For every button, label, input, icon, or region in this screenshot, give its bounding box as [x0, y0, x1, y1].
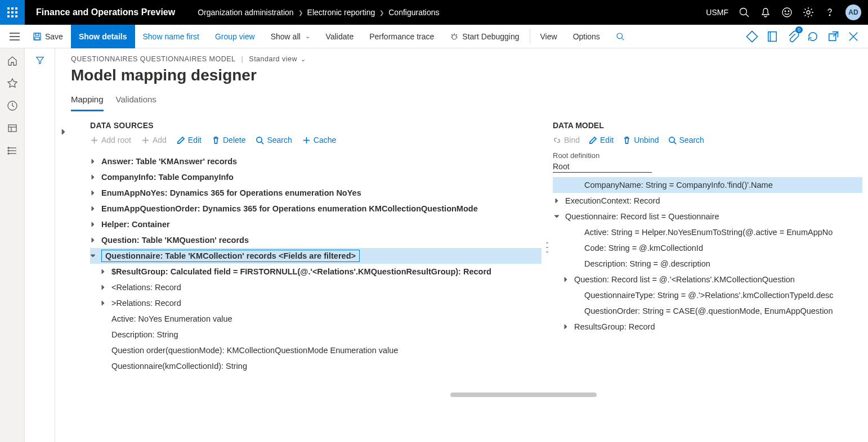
- options-menu[interactable]: Options: [565, 25, 608, 48]
- delete-button[interactable]: Delete: [212, 136, 245, 145]
- add-button[interactable]: Add: [141, 136, 167, 145]
- book-icon[interactable]: [766, 30, 779, 43]
- expand-icon[interactable]: [563, 277, 569, 282]
- collapse-toggle[interactable]: [55, 55, 71, 442]
- search-button[interactable]: Search: [668, 136, 704, 145]
- show-name-first-button[interactable]: Show name first: [135, 25, 207, 48]
- tree-leaf[interactable]: Code: String = @.kmCollectionId: [553, 240, 862, 256]
- performance-trace-button[interactable]: Performance trace: [361, 25, 442, 48]
- diamond-icon[interactable]: [745, 30, 759, 43]
- popout-icon[interactable]: [826, 30, 840, 43]
- tree-node[interactable]: <Relations: Record: [90, 279, 542, 295]
- tree-node[interactable]: Helper: Container: [90, 217, 542, 232]
- tree-leaf[interactable]: Question order(questionMode): KMCollecti…: [90, 342, 542, 358]
- app-launcher-icon[interactable]: [0, 0, 25, 25]
- tree-node[interactable]: Question: Record list = @.'<Relations'.K…: [553, 272, 862, 287]
- start-debugging-button[interactable]: Start Debugging: [442, 25, 527, 48]
- expand-icon[interactable]: [100, 285, 106, 290]
- show-details-button[interactable]: Show details: [71, 25, 135, 48]
- tree-leaf[interactable]: Description: String = @.description: [553, 256, 862, 272]
- tree-leaf[interactable]: Questionnaire(kmCollectionId): String: [90, 358, 542, 374]
- find-button[interactable]: [608, 25, 633, 48]
- attach-icon[interactable]: [786, 30, 799, 43]
- splitter[interactable]: [542, 121, 553, 374]
- collapse-icon[interactable]: [90, 253, 96, 259]
- tree-leaf[interactable]: Description: String: [90, 327, 542, 342]
- tree-node[interactable]: >Relations: Record: [90, 295, 542, 311]
- svg-rect-21: [35, 37, 39, 40]
- expand-icon[interactable]: [563, 324, 569, 330]
- root-definition-label: Root definition: [553, 151, 862, 160]
- svg-rect-6: [7, 15, 10, 17]
- tree-leaf[interactable]: QuestionnaireType: String = @.'>Relation…: [553, 287, 862, 303]
- edit-button[interactable]: Edit: [589, 136, 614, 145]
- expand-icon[interactable]: [90, 190, 96, 196]
- cache-button[interactable]: Cache: [302, 136, 336, 145]
- expand-icon[interactable]: [90, 237, 96, 243]
- modules-icon[interactable]: [7, 145, 18, 156]
- tree-node-selected[interactable]: Questionnaire: Table 'KMCollection' reco…: [90, 248, 542, 264]
- smile-icon[interactable]: [781, 7, 793, 18]
- view-selector[interactable]: Standard view ⌄: [249, 55, 306, 63]
- bell-icon[interactable]: [760, 7, 771, 18]
- tree-node[interactable]: EnumAppQuestionOrder: Dynamics 365 for O…: [90, 201, 542, 217]
- expand-icon[interactable]: [90, 174, 96, 180]
- unbind-button[interactable]: Unbind: [623, 136, 659, 145]
- refresh-icon[interactable]: [806, 30, 820, 43]
- root-definition-value[interactable]: Root: [553, 161, 652, 173]
- tree-node[interactable]: ExecutionContext: Record: [553, 193, 862, 209]
- tree-leaf[interactable]: Active: String = Helper.NoYesEnumToStrin…: [553, 224, 862, 240]
- help-icon[interactable]: [824, 7, 835, 18]
- tree-node-selected[interactable]: CompanyName: String = CompanyInfo.'find(…: [553, 177, 862, 193]
- breadcrumb-item[interactable]: Electronic reporting: [307, 8, 375, 17]
- expand-icon[interactable]: [90, 206, 96, 211]
- tab-validations[interactable]: Validations: [116, 94, 156, 111]
- workspace-icon[interactable]: [7, 123, 18, 134]
- tree-node[interactable]: Questionnaire: Record list = Questionnai…: [553, 209, 862, 224]
- data-sources-heading: DATA SOURCES: [90, 121, 542, 130]
- breadcrumb-item[interactable]: Configurations: [388, 8, 439, 17]
- star-icon[interactable]: [7, 78, 18, 89]
- edit-button[interactable]: Edit: [177, 136, 202, 145]
- group-view-button[interactable]: Group view: [207, 25, 263, 48]
- tree-leaf[interactable]: Active: NoYes Enumeration value: [90, 311, 542, 327]
- show-all-dropdown[interactable]: Show all⌄: [263, 25, 318, 48]
- tree-leaf[interactable]: QuestionOrder: String = CASE(@.questionM…: [553, 303, 862, 319]
- svg-rect-4: [11, 11, 14, 13]
- validate-button[interactable]: Validate: [318, 25, 362, 48]
- gear-icon[interactable]: [803, 7, 814, 18]
- tab-mapping[interactable]: Mapping: [71, 94, 104, 111]
- close-icon[interactable]: [847, 30, 860, 43]
- svg-point-43: [8, 150, 9, 151]
- search-icon[interactable]: [739, 7, 750, 18]
- expand-icon[interactable]: [90, 159, 96, 164]
- tree-node[interactable]: Question: Table 'KMQuestion' records: [90, 232, 542, 248]
- nav-toggle-icon[interactable]: [5, 33, 25, 40]
- company-code[interactable]: USMF: [706, 8, 728, 17]
- tree-node[interactable]: Answer: Table 'KMAnswer' records: [90, 154, 542, 169]
- add-root-button[interactable]: Add root: [90, 136, 131, 145]
- home-icon[interactable]: [7, 55, 18, 66]
- bind-button[interactable]: Bind: [553, 136, 580, 145]
- nav-rail: [0, 48, 25, 442]
- tree-node[interactable]: $ResultGroup: Calculated field = FIRSTOR…: [90, 264, 542, 279]
- tree-node[interactable]: EnumAppNoYes: Dynamics 365 for Operation…: [90, 185, 542, 201]
- breadcrumb-item[interactable]: Organization administration: [198, 8, 293, 17]
- svg-point-11: [782, 8, 791, 17]
- svg-line-27: [456, 34, 457, 35]
- expand-icon[interactable]: [90, 222, 96, 227]
- tree-node[interactable]: ResultsGroup: Record: [553, 319, 862, 335]
- search-button[interactable]: Search: [256, 136, 292, 145]
- user-avatar[interactable]: AD: [845, 4, 861, 20]
- expand-icon[interactable]: [100, 269, 106, 274]
- collapse-icon[interactable]: [554, 214, 560, 219]
- data-model-pane: DATA MODEL Bind Edit Unbind Search Root …: [553, 121, 868, 374]
- view-menu[interactable]: View: [533, 25, 565, 48]
- clock-icon[interactable]: [7, 100, 18, 111]
- expand-icon[interactable]: [100, 300, 106, 306]
- tree-node[interactable]: CompanyInfo: Table CompanyInfo: [90, 169, 542, 185]
- expand-icon[interactable]: [554, 198, 560, 204]
- save-button[interactable]: Save: [25, 25, 71, 48]
- horizontal-scrollbar[interactable]: [450, 393, 597, 397]
- filter-pane-toggle[interactable]: [25, 48, 55, 442]
